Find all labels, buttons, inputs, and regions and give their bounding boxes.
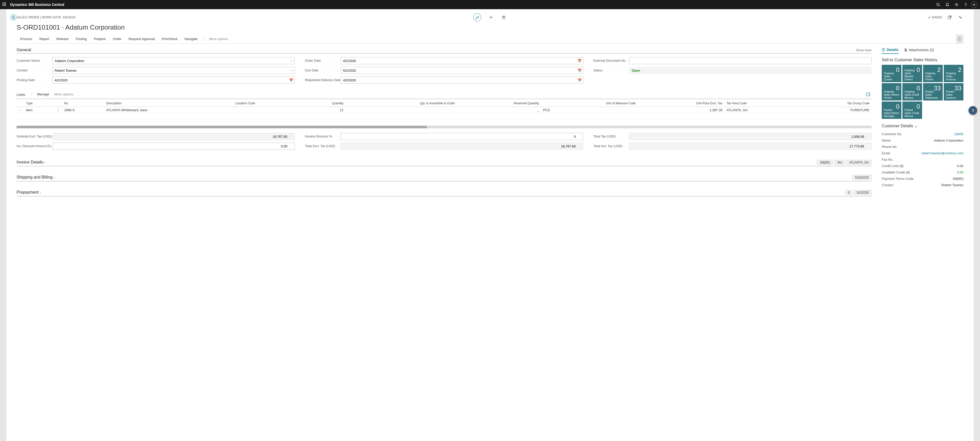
section-shipping-billing[interactable]: Shipping and Billing › 5/18/2020 [17,171,872,181]
help-icon[interactable] [962,0,970,9]
col-quantity[interactable]: Quantity [301,99,345,107]
lines-more-options[interactable]: More options [52,90,76,99]
section-general-title: General [17,48,31,52]
input-requested-delivery[interactable] [341,76,583,84]
label-total-incl: Total Incl. Tax (USD) [593,144,629,148]
user-avatar[interactable]: IK [971,1,977,8]
collapse-icon[interactable] [957,14,963,21]
col-reserved[interactable]: Reserved Quantity [457,99,541,107]
sales-history-tile[interactable]: 0Posted Sales Return Receipts [882,102,901,119]
calendar-icon[interactable]: 📅 [289,78,293,82]
calendar-icon[interactable]: 📅 [578,78,582,82]
search-icon[interactable] [934,0,942,9]
svg-rect-7 [503,16,505,19]
col-uom[interactable]: Unit of Measure Code [541,99,638,107]
input-posting-date[interactable] [52,76,295,84]
input-order-date[interactable] [341,57,583,64]
page-info-icon[interactable] [956,35,963,43]
chevron-right-icon: › [54,176,55,179]
section-tag: 5/18/2020 [853,175,872,180]
action-prepare[interactable]: Prepare [90,35,109,43]
row-selector-icon[interactable]: → [17,107,24,114]
svg-point-3 [956,4,957,5]
label-subtotal: Subtotal Excl. Tax (USD) [17,135,52,138]
action-request-approval[interactable]: Request Approval [125,35,159,43]
col-location[interactable]: Location Code [233,99,301,107]
col-type[interactable]: Type [24,99,55,107]
table-row[interactable]: → Item ⋮ 1996-S ATLANTA Whiteboard, base… [17,107,872,114]
calendar-icon[interactable]: 📅 [578,59,582,63]
side-tab-attachments[interactable]: Attachments (0) [904,46,934,54]
notifications-icon[interactable] [943,0,951,9]
customer-email-link[interactable]: robert.townes@contoso.com [921,151,963,155]
col-no[interactable]: No. [62,99,104,107]
delete-button[interactable] [501,14,507,21]
svg-rect-17 [866,93,870,96]
col-tax-area[interactable]: Tax Area Code [724,99,796,107]
action-process[interactable]: Process [17,35,36,43]
section-prepayment[interactable]: Prepayment › 0 5/2/2020 [17,186,872,197]
lines-horizontal-scrollbar[interactable] [17,126,872,128]
row-more-icon[interactable]: ⋮ [55,107,62,114]
action-report[interactable]: Report [36,35,53,43]
side-tab-details[interactable]: Details [882,46,899,54]
action-posting[interactable]: Posting [72,35,90,43]
sales-history-tile[interactable]: 2Ongoing Sales Invoices [944,65,963,82]
col-tax-group[interactable]: Tax Group Code [796,99,872,107]
col-description[interactable]: Description [104,99,233,107]
lines-table: Type No. Description Location Code Quant… [17,99,872,126]
action-more-options[interactable]: More options [205,35,232,43]
lines-export-icon[interactable] [864,91,872,98]
sales-history-tile[interactable]: 0Ongoing Sales Credit Memos [902,83,922,100]
lookup-icon[interactable]: ⋯ [290,59,293,63]
sales-history-tile[interactable]: 33Posted Sales Invoices [944,83,963,100]
back-button[interactable] [10,14,17,21]
settings-gear-icon[interactable] [953,0,961,9]
table-row[interactable] [17,120,872,126]
calendar-icon[interactable]: 📅 [578,68,582,73]
factbox-expand-handle[interactable] [969,106,977,115]
action-order[interactable]: Order [109,35,125,43]
new-button[interactable] [488,14,494,21]
col-unit-price[interactable]: Unit Price Excl. Tax [638,99,724,107]
chevron-right-icon: › [40,190,41,194]
input-customer-name[interactable] [52,57,295,64]
lines-header: Lines Manage More options [17,90,872,99]
sales-history-tile[interactable]: 0Ongoing Sales Quotes [882,65,901,82]
input-inv-disc-amt[interactable] [52,143,295,150]
value-total-incl [629,143,872,150]
section-general-header: General Show more [17,44,872,54]
sales-history-tile[interactable]: 33Posted Sales Shipments [923,83,943,100]
section-invoice-details[interactable]: Invoice Details › 1M(8D) Yes ATLANTA, GA [17,156,872,166]
col-qty-assemble[interactable]: Qty. to Assemble to Order [345,99,457,107]
action-print-send[interactable]: Print/Send [158,35,181,43]
label-contact: Contact [17,68,52,72]
sales-history-tile[interactable]: 2Ongoing Sales Orders [923,65,943,82]
lines-manage[interactable]: Manage [35,90,52,99]
chevron-down-icon: ⌄ [914,124,918,128]
action-release[interactable]: Release [53,35,72,43]
input-contact[interactable] [52,67,295,74]
table-row[interactable] [17,114,872,120]
input-inv-disc-pct[interactable] [341,133,583,140]
app-launcher-icon[interactable] [3,3,6,6]
input-due-date[interactable] [341,67,583,74]
action-navigate[interactable]: Navigate [181,35,201,43]
edit-button[interactable] [473,13,481,21]
sales-history-tiles: 0Ongoing Sales Quotes0Ongoing Sales Blan… [882,65,963,119]
sales-history-tile[interactable]: 0Ongoing Sales Blanket Orders [902,65,922,82]
sales-history-tile[interactable]: 0Ongoing Sales Return Orders [882,83,901,100]
label-total-excl: Total Excl. Tax (USD) [305,144,341,148]
input-external-doc[interactable] [629,57,872,64]
svg-point-0 [937,3,939,6]
customer-details-title[interactable]: Customer Details ⌄ [882,124,963,128]
pop-out-icon[interactable] [947,14,953,21]
section-tag: 0 [845,190,853,195]
customer-no-link[interactable]: 10000 [954,132,963,136]
section-tag: ATLANTA, GA [846,160,872,165]
sales-history-tile[interactable]: 0Posted Sales Credit Memos [902,102,922,119]
general-show-more[interactable]: Show more [856,48,872,52]
label-inv-disc-amt: Inv. Discount Amount Ex... [17,144,52,148]
lookup-icon[interactable]: ⋯ [290,68,293,73]
breadcrumb: SALES ORDER | WORK DATE: 4/6/2020 [17,16,75,19]
